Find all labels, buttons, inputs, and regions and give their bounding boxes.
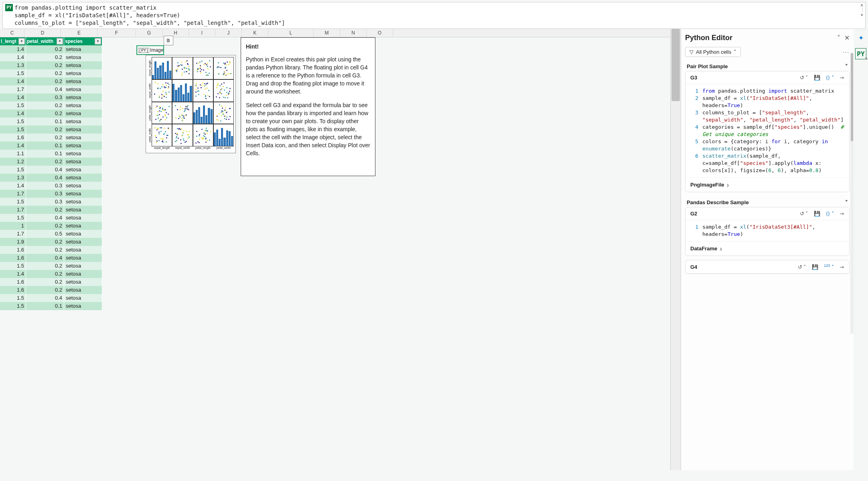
table-row[interactable]: 1.40.1setosa [0, 142, 102, 150]
column-header-L[interactable]: L [268, 29, 314, 37]
code-line[interactable]: 3columns_to_plot = ["sepal_length", "sep… [688, 109, 847, 124]
filter-arrow-icon[interactable]: ▾ [95, 38, 101, 45]
panel-scrollbar[interactable] [850, 53, 854, 334]
table-row[interactable]: 1.50.4setosa [0, 294, 102, 302]
filter-arrow-icon[interactable]: ▾ [18, 38, 25, 45]
table-row[interactable]: 1.70.4setosa [0, 85, 102, 93]
column-header-E[interactable]: E [61, 29, 97, 37]
table-row[interactable]: 1.60.4setosa [0, 254, 102, 262]
code-card-G3[interactable]: G3↻ ˅💾⟨⟩ ˅↗1from pandas.plotting import … [685, 71, 850, 192]
save-icon[interactable]: 💾 [812, 264, 818, 270]
undo-icon[interactable]: ↻ ˅ [800, 211, 809, 217]
column-header-F[interactable]: F [97, 29, 136, 37]
table-row[interactable]: 1.60.2setosa [0, 134, 102, 142]
code-line[interactable]: 4categories = sample_df["species"].uniqu… [688, 124, 847, 138]
column-header-C[interactable]: C [0, 29, 24, 37]
column-header-J[interactable]: J [215, 29, 242, 37]
table-row[interactable]: 1.40.2setosa [0, 45, 102, 53]
vertical-scrollbar[interactable] [670, 29, 681, 470]
column-header-G[interactable]: G [136, 29, 162, 37]
table-row[interactable]: 1.40.2setosa [0, 110, 102, 118]
chevron-down-icon[interactable]: ˅ [845, 63, 848, 69]
code-line[interactable]: 1from pandas.plotting import scatter_mat… [688, 87, 847, 95]
table-header-l_lengt[interactable]: l_lengt▾ [0, 37, 26, 45]
table-row[interactable]: 1.70.3setosa [0, 190, 102, 198]
undo-icon[interactable]: ↻ ˅ [800, 75, 809, 81]
output-toggle-icon[interactable]: ⟨⟩ ˅ [826, 211, 834, 217]
filter-arrow-icon[interactable]: ▾ [57, 38, 63, 45]
hint-p1: Python in Excel creates this pair plot u… [246, 55, 370, 95]
table-header-row[interactable]: l_lengt▾petal_width▾species▾ [0, 37, 102, 45]
column-header-N[interactable]: N [340, 29, 367, 37]
output-toggle-icon[interactable]: 123 ˅ [824, 264, 834, 270]
code-line[interactable]: 1sample_df = xl("IrisDataSet3[#All]", he… [688, 223, 847, 238]
code-card-G2[interactable]: G2↻ ˅💾⟨⟩ ˅↗1sample_df = xl("IrisDataSet3… [685, 207, 850, 256]
expand-icon[interactable]: ↗ [840, 264, 844, 270]
table-row[interactable]: 1.50.2setosa [0, 69, 102, 77]
table-row[interactable]: 1.60.2setosa [0, 286, 102, 294]
table-header-species[interactable]: species▾ [64, 37, 102, 45]
table-row[interactable]: 1.50.2setosa [0, 101, 102, 110]
table-row[interactable]: 1.60.2setosa [0, 246, 102, 254]
scrollbar-thumb[interactable] [671, 29, 680, 101]
table-row[interactable]: 1.50.2setosa [0, 262, 102, 270]
pairplot-hist [213, 124, 234, 146]
formula-bar-expand[interactable]: ∧ ⋮ ∨ [860, 3, 864, 17]
expand-icon[interactable]: ↗ [840, 75, 844, 81]
table-row[interactable]: 1.40.2setosa [0, 53, 102, 61]
column-header-O[interactable]: O [367, 29, 393, 37]
table-row[interactable]: 1.50.4setosa [0, 166, 102, 174]
close-panel-icon[interactable]: ✕ [844, 34, 850, 42]
table-header-petal_width[interactable]: petal_width▾ [26, 37, 64, 45]
table-row[interactable]: 1.50.1setosa [0, 302, 102, 310]
more-options-icon[interactable]: ··· [843, 49, 850, 55]
column-header-I[interactable]: I [189, 29, 215, 37]
pairplot-xlabel: petal_width [213, 146, 234, 151]
table-row[interactable]: 1.40.3setosa [0, 93, 102, 101]
table-row[interactable]: 1.30.4setosa [0, 174, 102, 182]
table-row[interactable]: 1.50.3setosa [0, 198, 102, 206]
table-row[interactable]: 1.10.1setosa [0, 150, 102, 158]
column-header-M[interactable]: M [314, 29, 340, 37]
column-headers[interactable]: CDEFGHIJKLMNO [0, 29, 681, 37]
panel-scroll-thumb[interactable] [851, 53, 853, 141]
table-row[interactable]: 1.40.2setosa [0, 270, 102, 278]
formula-code[interactable]: from pandas.plotting import scatter_matr… [14, 4, 285, 27]
table-row[interactable]: 1.40.2setosa [0, 77, 102, 85]
output-toggle-icon[interactable]: ⟨⟩ ˅ [826, 75, 834, 81]
collapse-panel-icon[interactable]: ˅ [837, 34, 840, 42]
table-row[interactable]: 1.60.2setosa [0, 278, 102, 286]
save-icon[interactable]: 💾 [814, 211, 820, 217]
table-row[interactable]: 10.2setosa [0, 222, 102, 230]
filter-all-cells-button[interactable]: ▽ All Python cells ˅ [685, 47, 741, 57]
pairplot-scatter [152, 102, 172, 124]
table-row[interactable]: 1.50.2setosa [0, 126, 102, 134]
insert-data-icon[interactable]: 🗎 [164, 36, 173, 45]
table-row[interactable]: 1.70.2setosa [0, 206, 102, 214]
table-row[interactable]: 1.70.5setosa [0, 230, 102, 238]
table-row[interactable]: 1.90.2setosa [0, 238, 102, 246]
save-icon[interactable]: 💾 [814, 75, 820, 81]
undo-icon[interactable]: ↻ ˅ [798, 264, 807, 270]
code-line[interactable]: 5colors = {category: i for i, category i… [688, 138, 847, 152]
code-card-G4[interactable]: G4↻ ˅💾123 ˅↗ [685, 260, 850, 274]
card-output-type[interactable]: DataFrame› [685, 241, 849, 256]
column-header-D[interactable]: D [24, 29, 61, 37]
code-line[interactable]: 6scatter_matrix(sample_df, c=sample_df["… [688, 152, 847, 174]
table-row[interactable]: 1.50.4setosa [0, 214, 102, 222]
card-output-type[interactable]: PngImageFile› [685, 177, 849, 192]
spreadsheet-grid[interactable]: CDEFGHIJKLMNO l_lengt▾petal_width▾specie… [0, 29, 681, 470]
table-row[interactable]: 1.50.1setosa [0, 118, 102, 126]
expand-icon[interactable]: ↗ [840, 211, 844, 217]
table-row[interactable]: 1.20.2setosa [0, 158, 102, 166]
code-line[interactable]: 2sample_df = xl("IrisDataSet[#All]", hea… [688, 95, 847, 109]
chevron-down-icon[interactable]: ˅ [845, 199, 848, 205]
table-row[interactable]: 1.30.2setosa [0, 61, 102, 69]
column-header-K[interactable]: K [242, 29, 268, 37]
formula-bar[interactable]: PY from pandas.plotting import scatter_m… [2, 2, 866, 29]
pairplot-image[interactable]: sepal_lengthsepal_widthpetal_lengthpetal… [146, 55, 236, 153]
copilot-icon[interactable]: ✦ [856, 33, 866, 43]
selected-cell-G3[interactable]: [PY] Image [136, 45, 164, 55]
table-row[interactable]: 1.40.3setosa [0, 182, 102, 190]
python-editor-icon[interactable]: PY [855, 48, 866, 59]
